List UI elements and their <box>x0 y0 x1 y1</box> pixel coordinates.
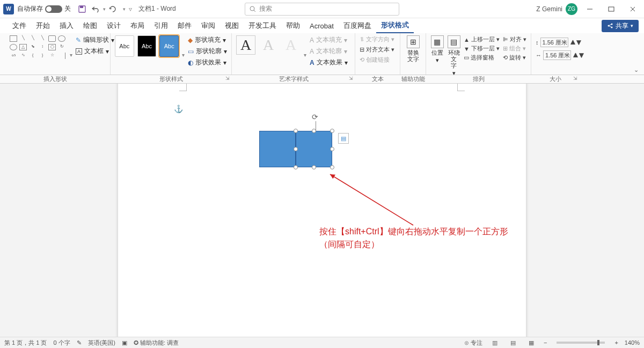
tab-baidu[interactable]: 百度网盘 <box>339 19 376 33</box>
tab-home[interactable]: 开始 <box>31 19 55 33</box>
edit-shape-button[interactable]: ✎编辑形状 ▾ <box>76 35 114 45</box>
autosave-state: 关 <box>64 4 71 13</box>
tab-file[interactable]: 文件 <box>8 19 31 33</box>
text-outline-button: A文本轮廓 ▾ <box>310 47 348 56</box>
group-insert-shapes: ╲╲╲ △⬊↕⬡↻ ᔕ∿{}☆ ▾ ✎编辑形状 ▾ A文本框 ▾ <box>5 33 111 75</box>
selection-handle[interactable] <box>330 165 334 169</box>
selection-handle[interactable] <box>294 147 298 151</box>
rotate-button[interactable]: ⟲ 旋转 ▾ <box>503 54 526 62</box>
selection-handle[interactable] <box>312 165 316 169</box>
view-read-mode-icon[interactable]: ▥ <box>489 338 501 347</box>
wordart-style-1[interactable]: A <box>236 35 255 55</box>
layout-options-icon[interactable]: ▤ <box>338 133 349 144</box>
redo-button[interactable] <box>107 3 119 15</box>
status-spellcheck-icon[interactable]: ✎ <box>77 339 82 346</box>
undo-button[interactable] <box>90 3 102 15</box>
status-display-settings-icon[interactable]: ▣ <box>122 339 127 346</box>
wordart-style-2[interactable]: A <box>259 35 278 55</box>
text-effects-button[interactable]: A文本效果 ▾ <box>310 58 348 67</box>
document-area[interactable]: ⚓ ⟳ ▤ 按住【shift+Ctrl】键向右拖动水平复制一个正方形 （间隔可自… <box>0 84 644 347</box>
shape-style-2[interactable]: Abc <box>137 35 157 57</box>
send-backward-button[interactable]: ▼ 下移一层 ▾ <box>464 45 500 53</box>
save-icon[interactable] <box>76 3 88 15</box>
bring-forward-button[interactable]: ▲ 上移一层 ▾ <box>464 35 500 43</box>
label-insert-shapes: 插入形状 <box>0 75 111 83</box>
text-fill-button: A文本填充 ▾ <box>310 35 348 45</box>
tab-acrobat[interactable]: Acrobat <box>305 20 339 32</box>
tab-shape-format[interactable]: 形状格式 <box>376 18 414 33</box>
height-input[interactable]: ↕ 1.56 厘米 ⯅⯆ <box>536 38 584 47</box>
tab-insert[interactable]: 插入 <box>55 19 78 33</box>
page[interactable]: ⚓ ⟳ ▤ 按住【shift+Ctrl】键向右拖动水平复制一个正方形 （间隔可自… <box>118 84 526 347</box>
anchor-icon: ⚓ <box>174 105 183 113</box>
position-button[interactable]: ▦位置▾ <box>430 35 444 63</box>
status-accessibility[interactable]: ✪ 辅助功能: 调查 <box>134 339 179 347</box>
search-box[interactable]: 搜索 <box>245 3 399 16</box>
zoom-level[interactable]: 140% <box>625 339 640 346</box>
title-bar: W 自动保存 关 ▾ ▾ ▿ 文档1 - Word 搜索 Z Gemini ZG <box>0 0 644 18</box>
tab-review[interactable]: 审阅 <box>196 19 220 33</box>
user-name[interactable]: Z Gemini <box>536 5 562 13</box>
zoom-slider[interactable] <box>557 342 605 344</box>
alt-text-button[interactable]: ⊞ 替换 文字 <box>405 35 421 62</box>
label-accessibility: 辅助功能 <box>400 75 426 83</box>
shapes-gallery[interactable]: ╲╲╲ △⬊↕⬡↻ ᔕ∿{}☆ <box>10 35 67 60</box>
rotation-handle[interactable]: ⟳ <box>312 113 320 121</box>
shape-effects-button[interactable]: ◐形状效果 ▾ <box>188 58 227 67</box>
group-size: ↕ 1.56 厘米 ⯅⯆ ↔ 1.56 厘米 ⯅⯆ <box>531 33 580 75</box>
shape-style-1[interactable]: Abc <box>115 35 134 57</box>
close-button[interactable] <box>624 3 642 16</box>
shape-style-3[interactable]: Abc <box>159 35 179 57</box>
selection-handle[interactable] <box>330 129 334 133</box>
status-language[interactable]: 英语(美国) <box>88 339 115 347</box>
launcher-icon[interactable]: ⇲ <box>225 76 230 81</box>
group-wordart-styles: A A A ▾ A文本填充 ▾ A文本轮廓 ▾ A文本效果 ▾ <box>232 33 355 75</box>
shape-outline-button[interactable]: ▭形状轮廓 ▾ <box>188 47 227 56</box>
tab-mailings[interactable]: 邮件 <box>173 19 196 33</box>
tab-draw[interactable]: 绘图 <box>78 19 102 33</box>
status-focus[interactable]: ⊙ 专注 <box>464 339 482 347</box>
status-word-count[interactable]: 0 个字 <box>53 339 70 347</box>
tab-design[interactable]: 设计 <box>102 19 126 33</box>
annotation-arrow <box>327 172 419 231</box>
share-button[interactable]: 共享▾ <box>602 20 639 32</box>
svg-line-13 <box>330 174 413 225</box>
zoom-in-button[interactable]: + <box>614 339 618 346</box>
shape-square-original[interactable] <box>259 131 296 167</box>
label-text: 文本 <box>355 75 400 83</box>
width-input[interactable]: ↔ 1.56 厘米 ⯅⯆ <box>536 50 584 60</box>
selection-pane-button[interactable]: ▭ 选择窗格 <box>464 54 500 62</box>
view-web-layout-icon[interactable]: ▦ <box>525 338 537 347</box>
align-button[interactable]: ⊫ 对齐 ▾ <box>503 35 526 43</box>
group-arrange: ▦位置▾ ▤环绕文 字▾ ▲ 上移一层 ▾ ▼ 下移一层 ▾ ▭ 选择窗格 ⊫ … <box>426 33 531 75</box>
tab-references[interactable]: 引用 <box>149 19 173 33</box>
launcher-icon[interactable]: ⇲ <box>573 76 577 81</box>
tab-view[interactable]: 视图 <box>220 19 244 33</box>
shape-square-selected[interactable] <box>296 131 332 167</box>
margin-corner-tl <box>179 84 187 91</box>
wrap-text-button[interactable]: ▤环绕文 字▾ <box>447 35 460 76</box>
launcher-icon[interactable]: ⇲ <box>349 76 353 81</box>
tab-help[interactable]: 帮助 <box>281 19 305 33</box>
selection-handle[interactable] <box>294 129 298 133</box>
minimize-button[interactable] <box>581 3 599 16</box>
maximize-button[interactable] <box>602 3 620 16</box>
view-print-layout-icon[interactable]: ▤ <box>507 338 519 347</box>
autosave-toggle[interactable]: 自动保存 关 <box>17 4 71 13</box>
text-box-button[interactable]: A文本框 ▾ <box>76 47 114 56</box>
tab-developer[interactable]: 开发工具 <box>244 19 281 33</box>
selection-handle[interactable] <box>294 165 298 169</box>
collapse-ribbon-button[interactable]: ⌄ <box>634 66 639 73</box>
svg-line-11 <box>609 25 611 26</box>
zoom-out-button[interactable]: − <box>544 339 547 346</box>
annotation-text: 按住【shift+Ctrl】键向右拖动水平复制一个正方形 （间隔可自定） <box>319 225 508 251</box>
shape-fill-button[interactable]: ◆形状填充 ▾ <box>188 35 227 45</box>
tab-layout[interactable]: 布局 <box>126 19 149 33</box>
align-text-button[interactable]: ⊟ 对齐文本 ▾ <box>360 46 394 54</box>
svg-point-2 <box>250 6 254 11</box>
status-page[interactable]: 第 1 页，共 1 页 <box>4 339 47 347</box>
toggle-switch-icon[interactable] <box>45 5 62 13</box>
wordart-style-3[interactable]: A <box>281 35 301 55</box>
selection-handle[interactable] <box>330 147 334 151</box>
user-avatar[interactable]: ZG <box>566 3 577 15</box>
